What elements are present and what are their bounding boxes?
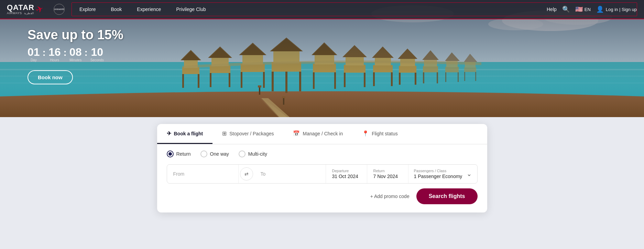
- oneworld-badge: oneworld: [54, 4, 65, 15]
- tab-book-flight-label: Book a flight: [174, 131, 203, 136]
- departure-date-field[interactable]: Departure 31 Oct 2024: [326, 165, 367, 183]
- passengers-chevron-icon: ⌄: [467, 170, 472, 178]
- brand-name: QATAR: [7, 4, 34, 11]
- radio-return-outer: [167, 151, 174, 157]
- tab-flight-status[interactable]: 📍 Flight status: [352, 124, 407, 144]
- passengers-value: 1 Passenger Economy: [414, 174, 462, 179]
- return-date-field[interactable]: Return 7 Nov 2024: [367, 165, 408, 183]
- user-icon: 👤: [596, 6, 604, 13]
- from-placeholder: From: [173, 171, 185, 177]
- brand-sub: AIRWAYS القطرية: [7, 11, 34, 15]
- nav-item-book[interactable]: Book: [103, 3, 129, 16]
- passengers-class-field[interactable]: Passengers / Class 1 Passenger Economy ⌄: [408, 165, 477, 183]
- flight-status-icon: 📍: [362, 130, 369, 137]
- radio-one-way-label: One way: [210, 151, 229, 157]
- radio-return-inner: [168, 152, 172, 156]
- return-label: Return: [373, 169, 402, 173]
- booking-tabs: ✈ Book a flight ⊞ Stopover / Packages 📅 …: [157, 124, 487, 144]
- signup-label: Sign up: [622, 7, 637, 12]
- search-flights-button[interactable]: Search flights: [416, 188, 478, 204]
- trip-type-row: Return One way Multi-city: [157, 144, 487, 161]
- from-field[interactable]: From: [167, 165, 239, 183]
- login-label: Log in: [606, 7, 618, 12]
- radio-return[interactable]: Return: [167, 151, 191, 157]
- logo-wordmark: QATAR AIRWAYS القطرية: [7, 4, 34, 15]
- tab-manage-checkin[interactable]: 📅 Manage / Check in: [283, 124, 352, 144]
- flight-search-row: From ⇄ To Departure 31 Oct 2024 Return 7…: [167, 164, 478, 184]
- nav-right-section: Help 🔍 🇺🇸 EN 👤 Log in | Sign up: [540, 6, 637, 13]
- return-value: 7 Nov 2024: [373, 174, 402, 179]
- nav-item-explore[interactable]: Explore: [72, 3, 103, 16]
- stopover-icon: ⊞: [222, 130, 227, 137]
- tab-stopover-label: Stopover / Packages: [229, 131, 274, 136]
- flag-icon: 🇺🇸: [575, 6, 583, 13]
- swap-airports-button[interactable]: ⇄: [240, 167, 253, 180]
- login-signup-button[interactable]: 👤 Log in | Sign up: [596, 6, 637, 13]
- tab-stopover[interactable]: ⊞ Stopover / Packages: [212, 124, 283, 144]
- promo-code-link[interactable]: + Add promo code: [370, 194, 410, 199]
- separator: |: [619, 7, 620, 12]
- search-icon[interactable]: 🔍: [562, 6, 570, 13]
- nav-item-experience[interactable]: Experience: [129, 3, 168, 16]
- language-selector[interactable]: 🇺🇸 EN: [575, 6, 591, 13]
- tab-book-flight[interactable]: ✈ Book a flight: [157, 124, 213, 144]
- departure-value: 31 Oct 2024: [332, 174, 361, 179]
- logo-plane-icon: ✈: [34, 3, 45, 16]
- logo: QATAR AIRWAYS القطرية ✈: [7, 4, 43, 15]
- radio-multi-city[interactable]: Multi-city: [239, 151, 267, 157]
- help-link[interactable]: Help: [547, 7, 557, 12]
- radio-return-label: Return: [176, 151, 191, 157]
- qatar-airways-logo: QATAR AIRWAYS القطرية ✈: [7, 4, 43, 15]
- booking-widget-wrapper: ✈ Book a flight ⊞ Stopover / Packages 📅 …: [0, 117, 644, 223]
- nav-menu: Explore Book Experience Privilege Club H…: [72, 2, 637, 16]
- nav-item-privilege-club[interactable]: Privilege Club: [168, 3, 213, 16]
- tab-flight-status-label: Flight status: [372, 131, 397, 136]
- departure-label: Departure: [332, 169, 361, 173]
- radio-multi-city-label: Multi-city: [248, 151, 267, 157]
- radio-multi-city-outer: [239, 151, 245, 157]
- radio-one-way[interactable]: One way: [200, 151, 229, 157]
- manage-icon: 📅: [293, 130, 300, 137]
- radio-one-way-outer: [200, 151, 207, 157]
- booking-bottom-row: + Add promo code Search flights: [157, 188, 487, 204]
- booking-widget: ✈ Book a flight ⊞ Stopover / Packages 📅 …: [157, 124, 487, 212]
- to-field[interactable]: To: [254, 165, 326, 183]
- passengers-label: Passengers / Class: [414, 169, 462, 173]
- passengers-content: Passengers / Class 1 Passenger Economy: [414, 169, 462, 179]
- tab-manage-label: Manage / Check in: [303, 131, 343, 136]
- navbar: QATAR AIRWAYS القطرية ✈ oneworld Explore…: [0, 0, 644, 19]
- to-placeholder: To: [261, 171, 266, 177]
- book-flight-icon: ✈: [167, 130, 171, 137]
